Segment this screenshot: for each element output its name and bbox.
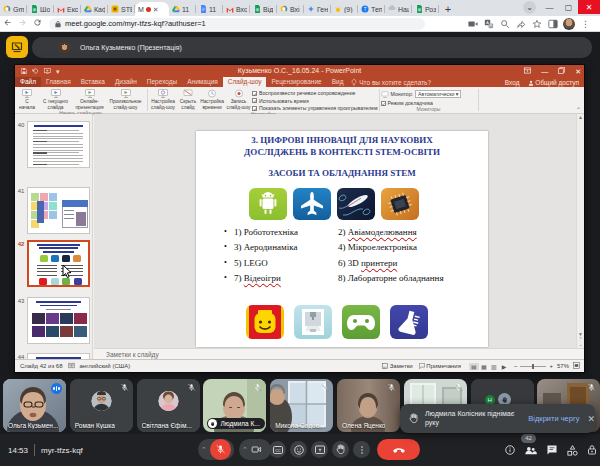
monitor-dropdown[interactable]: Автоматически ▾ — [415, 90, 461, 98]
collapse-ribbon-icon[interactable]: ⌃ — [576, 106, 581, 113]
ribbon-button[interactable]: Настройка слайд-шоу — [149, 87, 177, 110]
media-indicator-icon[interactable] — [467, 18, 478, 29]
side-panel-icon[interactable] — [547, 18, 558, 29]
maximize-button[interactable]: ▢ — [559, 0, 578, 14]
presenting-indicator-icon[interactable] — [6, 36, 28, 58]
browser-tab[interactable]: Шо — [27, 2, 54, 16]
translate-icon[interactable]: A — [483, 18, 494, 29]
forward-button[interactable] — [15, 18, 30, 29]
slide-scrollbar[interactable]: ▲ ▼⌃⌄ — [576, 114, 584, 348]
participant-tile-4[interactable]: Людмила К... — [203, 379, 266, 432]
browser-tab[interactable]: 11_ — [196, 2, 223, 16]
language-status[interactable]: английский (США) — [79, 363, 130, 369]
browser-tab[interactable]: STE — [108, 2, 135, 16]
browser-menu-icon[interactable]: ⋮ — [580, 18, 591, 29]
back-button[interactable] — [0, 18, 15, 29]
ribbon-tab-4[interactable]: Переходы — [142, 77, 183, 87]
ribbon-button[interactable]: Запись слайд-шоу — [225, 87, 252, 110]
share-button[interactable]: Общий доступ — [528, 79, 579, 86]
browser-tab[interactable]: 11_ — [169, 2, 196, 16]
participant-tile-1[interactable]: Ольга Кузьмен... — [3, 379, 66, 432]
reactions-button[interactable] — [290, 441, 307, 458]
activities-button[interactable] — [565, 443, 579, 457]
camera-options-chevron[interactable]: ⌃ — [239, 446, 251, 454]
participant-tile-2[interactable]: Роман Кушка — [70, 379, 133, 432]
host-controls-button[interactable] — [585, 443, 599, 457]
zoom-in-button[interactable]: + — [549, 363, 553, 369]
address-bar[interactable]: meet.google.com/myr-tfzs-kqf?authuser=1 — [49, 18, 425, 30]
more-options-button[interactable] — [353, 441, 370, 458]
mic-mute-button[interactable] — [210, 439, 231, 460]
tab-close-icon[interactable]: ✕ — [153, 6, 159, 13]
ribbon-tab-6[interactable]: Слайд-шоу — [223, 77, 267, 87]
tell-me-box[interactable]: Что вы хотите сделать? — [351, 79, 431, 86]
ppt-close-button[interactable]: ✕ — [575, 68, 581, 75]
ribbon-button[interactable]: Настройка времени — [199, 87, 225, 110]
reload-button[interactable] — [30, 18, 45, 29]
browser-tab[interactable]: Нац — [385, 2, 412, 16]
browser-tab[interactable]: TТеп — [358, 2, 385, 16]
ribbon-tab-7[interactable]: Рецензирование — [266, 77, 326, 87]
ribbon-tab-file[interactable]: Файл — [15, 77, 41, 87]
open-queue-button[interactable]: Відкрити чергу — [528, 414, 579, 423]
star-icon[interactable] — [531, 18, 542, 29]
minimize-button[interactable]: — — [540, 0, 559, 14]
close-button[interactable]: ✕ — [578, 0, 600, 14]
meeting-details-button[interactable] — [503, 443, 517, 457]
ribbon-tab-8[interactable]: Вид — [327, 77, 349, 87]
ribbon-tab-3[interactable]: Дизайн — [110, 77, 142, 87]
notification-close-icon[interactable]: ✕ — [587, 414, 595, 424]
browser-tab[interactable]: Вхо — [223, 2, 250, 16]
browser-tab[interactable]: Ген — [304, 2, 331, 16]
browser-tab[interactable]: Роз — [412, 2, 439, 16]
slide-thumbnail-40[interactable] — [27, 121, 90, 168]
zoom-icon[interactable] — [499, 18, 510, 29]
browser-tab[interactable]: Вхі — [277, 2, 304, 16]
zoom-out-button[interactable]: − — [514, 363, 518, 369]
ribbon-button[interactable]: Онлайн- презентация — [72, 87, 107, 110]
end-call-button[interactable] — [377, 439, 420, 460]
slide-thumbnail-41[interactable] — [27, 187, 90, 234]
chat-button[interactable] — [545, 443, 559, 457]
signin-button[interactable]: Вход — [505, 79, 520, 86]
browser-tab[interactable]: Від — [250, 2, 277, 16]
browser-tab[interactable]: Gm — [0, 2, 27, 16]
zoom-level[interactable]: 57% — [557, 363, 569, 369]
ribbon-tab-2[interactable]: Вставка — [76, 77, 110, 87]
participant-tile-5[interactable]: Микола Садов... — [270, 379, 333, 432]
notes-pane[interactable]: Заметки к слайду — [94, 348, 584, 359]
ribbon-checkbox[interactable]: Использовать время — [252, 98, 378, 104]
ppt-restore-button[interactable] — [558, 67, 565, 75]
comments-toggle[interactable]: Примечания — [419, 363, 461, 369]
participant-tile-6[interactable]: Олена Яценко — [337, 379, 400, 432]
ribbon-display-icon[interactable] — [524, 67, 531, 75]
camera-button[interactable] — [251, 444, 262, 455]
ribbon-tab-5[interactable]: Анимация — [182, 77, 223, 87]
ribbon-checkbox[interactable]: Воспроизвести речевое сопровождение — [252, 90, 378, 96]
spellcheck-icon[interactable] — [68, 362, 75, 370]
ribbon-tab-1[interactable]: Главная — [41, 77, 76, 87]
ribbon-button[interactable]: Скрыть слайд — [177, 87, 199, 110]
captions-button[interactable]: CC — [269, 441, 286, 458]
browser-tab[interactable]: (9) — [331, 2, 358, 16]
new-tab-button[interactable]: + — [441, 2, 455, 16]
notes-toggle[interactable]: Заметки — [382, 363, 413, 369]
slideshow-view-button[interactable]: ▶ — [499, 363, 509, 370]
browser-tab[interactable]: Каф — [81, 2, 108, 16]
slide-sorter-view-button[interactable]: ▦ — [479, 363, 489, 370]
browser-tab[interactable]: Екс — [54, 2, 81, 16]
share-icon[interactable] — [515, 18, 526, 29]
raise-hand-button[interactable] — [332, 441, 349, 458]
ppt-minimize-button[interactable]: — — [541, 68, 548, 75]
present-button[interactable] — [311, 441, 328, 458]
participants-button[interactable] — [523, 443, 537, 457]
slide-thumbnail-42[interactable] — [27, 240, 90, 287]
presenter-name-bar[interactable]: Ольга Кузьменко (Презентація) — [32, 37, 592, 58]
ribbon-button[interactable]: С текущего слайда — [39, 87, 72, 110]
slide-thumbnail-44[interactable] — [27, 353, 90, 359]
mic-options-chevron[interactable]: ⌃ — [198, 446, 210, 454]
ribbon-button[interactable]: Произвольное слайд-шоу — [107, 87, 144, 110]
slide-thumbnail-43[interactable] — [27, 297, 90, 344]
profile-avatar[interactable] — [563, 18, 575, 30]
participant-tile-3[interactable]: Світлана Єфім... — [137, 379, 200, 432]
